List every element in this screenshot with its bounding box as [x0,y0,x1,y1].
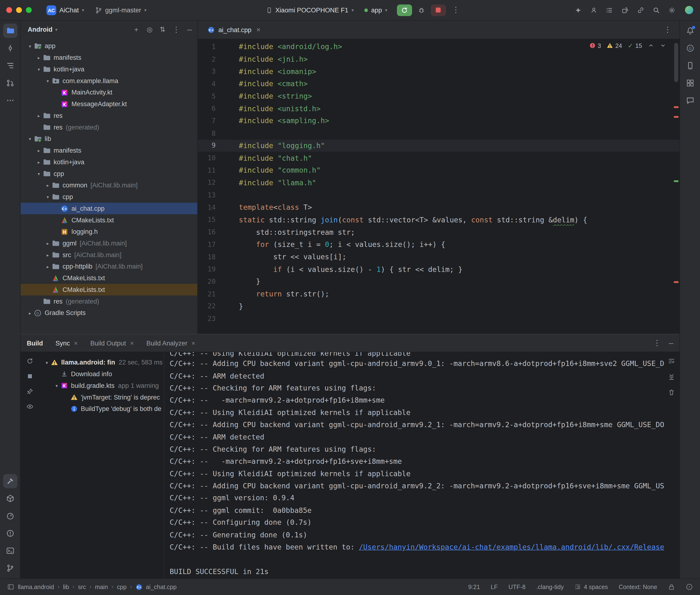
project-selector[interactable]: AC AiChat ▾ [43,3,88,17]
clang-tidy-indicator[interactable]: .clang-tidy [536,584,563,590]
chevron-right-icon[interactable]: ▸ [35,113,43,118]
tree-item-com-example-llama[interactable]: ▾com.example.llama [21,75,197,87]
breadcrumb-item-lib[interactable]: lib [63,584,69,590]
code-line-10[interactable]: 10#include "chat.h" [198,152,679,164]
tree-item-cpp[interactable]: ▾cpp [21,191,197,203]
todo-list-icon[interactable] [606,6,613,13]
tree-item-messageadapter-kt[interactable]: KMessageAdapter.kt [21,98,197,110]
project-options-button[interactable]: ⋮ [172,26,180,33]
build-rerun-button[interactable] [26,358,34,366]
tree-item-ai-chat-cpp[interactable]: C+ai_chat.cpp [21,203,197,214]
layout-inspector-button[interactable] [683,76,697,90]
version-control-button[interactable] [3,561,17,575]
error-stripe-mark[interactable] [674,281,679,283]
console-file-link[interactable]: /Users/hanyin/Workspace/ai-chat/examples… [359,543,664,551]
more-button[interactable] [3,93,17,108]
code-line-21[interactable]: 21 return str.str(); [198,288,679,300]
tree-item-cpp[interactable]: ▾cpp [21,168,197,179]
expand-collapse-button[interactable]: ⇅ [160,26,166,34]
file-encoding[interactable]: UTF-8 [508,584,526,590]
tree-item-kotlin-java[interactable]: ▾kotlin+java [21,63,197,75]
structure-button[interactable] [3,59,17,73]
tree-item-src[interactable]: ▸src[AiChat.lib.main] [21,249,197,261]
code-with-me-icon[interactable] [590,6,597,13]
minimize-window-button[interactable] [16,7,22,13]
soft-wrap-button[interactable] [668,358,675,366]
build-options-button[interactable]: ⋮ [653,339,661,347]
profile-avatar[interactable] [684,5,694,15]
search-icon[interactable] [653,6,660,13]
chevron-down-icon[interactable]: ▾ [26,136,34,141]
error-stripe-mark[interactable] [674,180,679,182]
branch-selector[interactable]: ggml-master ▾ [91,4,150,16]
close-tab-button[interactable]: × [74,339,78,347]
project-button[interactable] [3,24,17,38]
chevron-down-icon[interactable]: ▾ [53,383,61,388]
tree-item-res[interactable]: res(generated) [21,121,197,133]
chevron-down-icon[interactable]: ▾ [43,360,51,365]
chevron-right-icon[interactable]: ▸ [44,183,52,188]
code-line-14[interactable]: 14template<class T> [198,201,679,214]
tree-item-mainactivity-kt[interactable]: KMainActivity.kt [21,87,197,98]
gradle-button[interactable]: G [683,41,697,55]
build-tab-build-analyzer[interactable]: Build Analyzer× [146,339,196,347]
chevron-right-icon[interactable]: ▸ [44,241,52,246]
close-window-button[interactable] [6,7,12,13]
notifications-button[interactable] [683,24,697,38]
caret-position[interactable]: 9:21 [468,584,480,590]
code-line-2[interactable]: 2#include <jni.h> [198,53,679,65]
build-console[interactable]: C/C++: -- Using KleidiAI optimized kerne… [164,352,679,578]
errors-indicator[interactable]: 3 [589,42,601,49]
device-manager-button[interactable] [683,59,697,73]
tree-item-cmakelists-txt[interactable]: CMakeLists.txt [21,272,197,284]
assistant-button[interactable] [683,93,697,108]
tree-item-kotlin-java[interactable]: ▸kotlin+java [21,156,197,168]
add-button[interactable]: ＋ [133,25,140,34]
tree-item-ggml[interactable]: ▸ggml[AiChat.lib.main] [21,237,197,249]
build-tab-build-output[interactable]: Build Output× [90,339,134,347]
code-line-6[interactable]: 6#include <unistd.h> [198,103,679,115]
code-line-4[interactable]: 4#include <cmath> [198,78,679,90]
tree-item-gradle-scripts[interactable]: ▸GGradle Scripts [21,307,197,319]
indent-widget[interactable]: 4 spaces [575,584,608,590]
next-problem-button[interactable] [660,42,666,49]
breadcrumb-item-main[interactable]: main [95,584,108,590]
passed-indicator[interactable]: ✓ 15 [628,42,642,49]
problems-button[interactable] [3,526,17,540]
build-tree-item-llama-android-fin[interactable]: ▾llama.android: fin22 sec, 583 ms [39,357,164,368]
tree-item-cmakelists-txt[interactable]: CMakeLists.txt [21,214,197,226]
hide-project-panel-button[interactable]: ─ [187,26,192,33]
lock-icon[interactable] [668,583,675,591]
code-line-3[interactable]: 3#include <iomanip> [198,65,679,78]
code-line-18[interactable]: 18 str << values[i]; [198,251,679,263]
close-tab-button[interactable]: × [256,26,260,34]
run-button[interactable] [397,4,412,16]
device-selector[interactable]: Xiaomi POCOPHONE F1 ▾ [262,4,358,16]
tree-item-res[interactable]: ▸res [21,110,197,121]
more-run-actions-button[interactable]: ⋮ [448,6,463,14]
code-line-17[interactable]: 17 for (size_t i = 0; i < values.size();… [198,238,679,251]
code-line-23[interactable]: 23 [198,312,679,325]
stop-button[interactable] [430,4,446,16]
plugins-icon[interactable] [621,6,628,13]
build-tab-sync[interactable]: Sync× [56,339,78,347]
notifications-balloon-icon[interactable] [686,583,693,591]
tree-item-res[interactable]: res(generated) [21,295,197,307]
code-line-16[interactable]: 16 std::ostringstream str; [198,226,679,238]
line-separator[interactable]: LF [491,584,498,590]
code-line-7[interactable]: 7#include <sampling.h> [198,115,679,127]
editor-options-button[interactable]: ⋮ [660,26,675,34]
code-line-8[interactable]: 8 [198,127,679,140]
context-widget[interactable]: Context: None [619,584,657,590]
zoom-window-button[interactable] [26,7,32,13]
editor-tab[interactable]: C+ ai_chat.cpp × [203,21,265,39]
close-tab-button[interactable]: × [192,339,195,347]
tree-item-cpp-httplib[interactable]: ▸cpp-httplib[AiChat.lib.main] [21,261,197,273]
settings-icon[interactable] [668,6,675,13]
editor-scrollbar[interactable] [674,43,678,82]
code-line-20[interactable]: 20 } [198,276,679,288]
close-tab-button[interactable]: × [130,339,134,347]
clear-button[interactable] [668,389,675,398]
chevron-right-icon[interactable]: ▸ [44,252,52,257]
breadcrumb-item-llama-android[interactable]: llama.android [18,584,54,590]
